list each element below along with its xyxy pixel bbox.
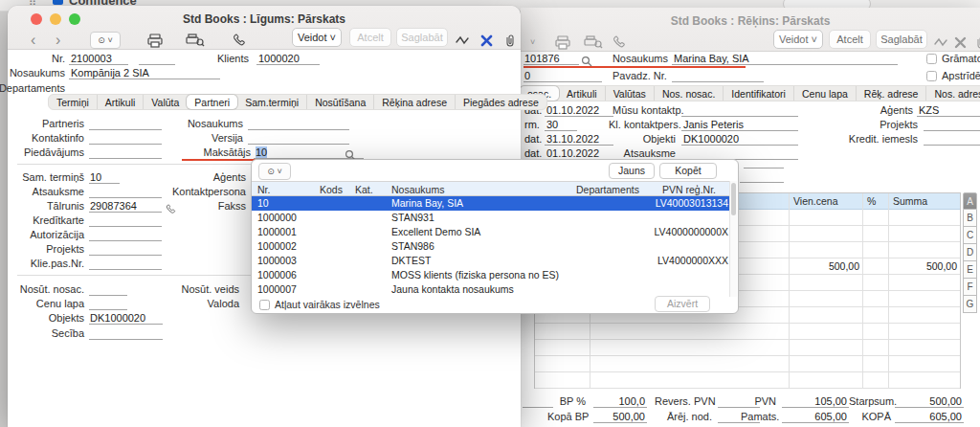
- nosaukums-underline[interactable]: [672, 53, 898, 65]
- print-preview-icon[interactable]: [186, 32, 205, 49]
- tab-nosutisana[interactable]: Nosūtīšana: [306, 95, 373, 109]
- sam-termins-underline[interactable]: [89, 171, 120, 184]
- kredit-iemesls-underline[interactable]: [924, 133, 980, 146]
- letter-tab-b[interactable]: B: [963, 210, 977, 227]
- tab-sam-termini[interactable]: Sam.termiņi: [237, 95, 306, 109]
- tab-rekina-adrese[interactable]: Rēķina adrese: [373, 95, 455, 109]
- lookup-row[interactable]: 1000001 Excellent Demo SIA LV4000000000X: [252, 225, 731, 239]
- term-underline[interactable]: [545, 119, 577, 131]
- letter-tab-g[interactable]: G: [963, 296, 977, 313]
- forward-icon[interactable]: ›: [56, 32, 60, 49]
- letter-tab-a[interactable]: A: [963, 192, 977, 210]
- nosut-nosac-underline[interactable]: [89, 283, 127, 296]
- tab-piegades-adrese[interactable]: Piegādes adrese: [455, 95, 546, 109]
- agents-underline[interactable]: [917, 104, 980, 117]
- create-button[interactable]: Veidot ˅: [292, 28, 342, 47]
- partner-nosaukums-underline[interactable]: [248, 118, 349, 130]
- pvn-underline[interactable]: [782, 395, 849, 408]
- kopa-underline[interactable]: [895, 411, 964, 423]
- close-popup-button[interactable]: Aizvērt: [655, 296, 710, 312]
- print-icon[interactable]: [147, 32, 163, 49]
- save-button[interactable]: Saglabāt: [876, 30, 927, 49]
- tab-valuta[interactable]: Valūta: [143, 95, 187, 109]
- popup-options-button[interactable]: ⊙ ˅: [258, 163, 291, 180]
- phone-icon[interactable]: [612, 34, 626, 51]
- date1-underline[interactable]: [545, 104, 613, 117]
- create-button[interactable]: Veidot ˅: [773, 30, 823, 49]
- expand-icon[interactable]: [480, 32, 493, 49]
- lookup-row[interactable]: 1000000 STAN931: [252, 211, 731, 225]
- tab-nos-nosac[interactable]: Nos. nosac.: [654, 86, 723, 101]
- more-options-button[interactable]: ⊙ ˅: [90, 32, 121, 49]
- projekts-underline[interactable]: [89, 243, 162, 256]
- tab-cenu-lapa[interactable]: Cenu lapa: [793, 86, 856, 101]
- letter-tab-d[interactable]: D: [963, 244, 977, 261]
- kopa-bp-underline[interactable]: [593, 411, 647, 423]
- seciba-underline[interactable]: [89, 327, 163, 340]
- klients-underline[interactable]: [256, 53, 320, 65]
- lookup-row[interactable]: 1000007 Jauna kontakta nosaukums: [252, 282, 731, 297]
- new-record-button[interactable]: Jauns: [609, 163, 655, 179]
- col-nr[interactable]: Nr.: [257, 184, 270, 195]
- nr-underline[interactable]: [69, 53, 128, 65]
- klie-pas-nr-underline[interactable]: [89, 258, 162, 270]
- pamats-underline[interactable]: [782, 411, 849, 423]
- col-kods[interactable]: Kods: [320, 184, 343, 195]
- objekts-underline[interactable]: [89, 312, 163, 325]
- invoice-number-underline[interactable]: [523, 53, 579, 65]
- piedavajums-underline[interactable]: [89, 146, 162, 159]
- line-item-unit-price[interactable]: 500,00: [791, 260, 859, 272]
- lookup-row[interactable]: 1000003 DKTEST LV4000000XXX: [252, 254, 731, 268]
- date2-underline[interactable]: [545, 133, 613, 146]
- col-nosaukums[interactable]: Nosaukums: [391, 184, 444, 195]
- lookup-row[interactable]: 1000002 STAN986: [252, 239, 731, 254]
- cancel-button[interactable]: Atcelt: [829, 30, 871, 49]
- letter-tab-f[interactable]: F: [963, 279, 977, 296]
- nosaukums-underline[interactable]: [69, 67, 220, 79]
- apstridets-checkbox[interactable]: [926, 71, 937, 81]
- cenu-lapa-underline[interactable]: [89, 298, 127, 310]
- more-options-caret-icon[interactable]: ˅: [530, 34, 535, 51]
- bp-pct-underline[interactable]: [593, 395, 647, 408]
- tab-partneri[interactable]: Partneri: [187, 95, 237, 109]
- expand-icon[interactable]: [954, 34, 967, 51]
- tab-valutas[interactable]: Valūtas: [605, 86, 654, 101]
- line-item-sum[interactable]: 500,00: [890, 260, 957, 272]
- copy-record-button[interactable]: Kopēt: [659, 163, 717, 179]
- tab-artikuli[interactable]: Artikuli: [559, 86, 605, 101]
- popup-scrollbar[interactable]: [729, 181, 737, 297]
- musu-kontaktp-underline[interactable]: [681, 104, 798, 117]
- pavadz-nr-underline[interactable]: [672, 70, 764, 82]
- starpsum-underline[interactable]: [895, 395, 964, 408]
- phone-icon[interactable]: [233, 32, 246, 49]
- kontaktinfo-underline[interactable]: [89, 132, 162, 145]
- stub-underline-2[interactable]: [740, 170, 784, 183]
- print-preview-icon[interactable]: [584, 34, 603, 51]
- nr-aux-underline[interactable]: [139, 53, 175, 65]
- allow-multiple-checkbox[interactable]: [259, 300, 270, 310]
- tab-termini[interactable]: Termiņi: [49, 95, 97, 109]
- col-departaments[interactable]: Departaments: [576, 184, 639, 195]
- tab-artikuli[interactable]: Artikuli: [97, 95, 144, 109]
- clipped-field-underline[interactable]: [523, 70, 602, 82]
- projekts-underline[interactable]: [924, 119, 980, 131]
- gramatot-checkbox[interactable]: [926, 54, 937, 64]
- autorizacija-underline[interactable]: [89, 229, 162, 241]
- lookup-row-selected[interactable]: 10 Marina Bay, SIA LV40003013134: [252, 196, 731, 211]
- tab-identifikatori[interactable]: Identifikatori: [723, 86, 793, 101]
- col-kat[interactable]: Kat.: [355, 184, 373, 195]
- kreditkarte-underline[interactable]: [89, 214, 162, 227]
- versija-underline[interactable]: [248, 132, 349, 145]
- activity-pulse-icon[interactable]: [456, 32, 470, 49]
- stub-underline-1[interactable]: [744, 156, 784, 169]
- tab-rek-adrese[interactable]: Rēķ. adrese: [856, 86, 926, 101]
- lookup-row[interactable]: 1000006 MOSS klients (fiziska persona no…: [252, 268, 731, 282]
- print-icon[interactable]: [555, 34, 570, 51]
- paperclip-icon[interactable]: [974, 34, 980, 51]
- col-pvn-reg-nr[interactable]: PVN reģ.Nr.: [662, 184, 716, 195]
- kl-kontaktpers-underline[interactable]: [681, 119, 798, 131]
- objekti-underline[interactable]: [681, 133, 798, 146]
- tab-nos-adrese[interactable]: Nos. adrese: [925, 86, 980, 101]
- activity-pulse-icon[interactable]: [934, 34, 948, 51]
- letter-tab-e[interactable]: E: [963, 261, 977, 279]
